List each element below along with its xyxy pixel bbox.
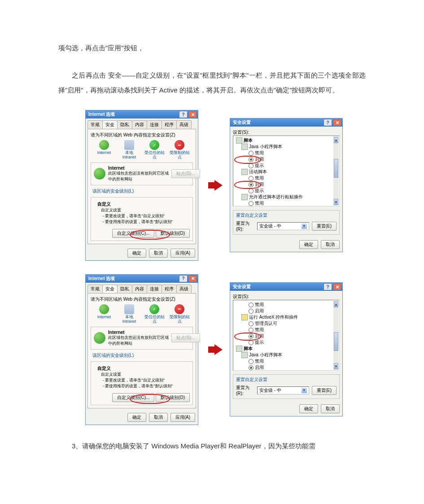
tab-general[interactable]: 常规 [87, 120, 103, 129]
scrollbar[interactable]: ▲ ▼ [333, 136, 339, 206]
close-button[interactable]: ✕ [333, 119, 341, 126]
help-button[interactable]: ? [179, 111, 188, 118]
sites-button[interactable]: 站点(S)... [171, 169, 200, 178]
ok-button[interactable]: 确定 [299, 404, 318, 413]
radio-disable[interactable] [249, 302, 254, 307]
zone-internet[interactable]: Internet [93, 304, 115, 324]
tab-content[interactable]: 内容 [132, 120, 147, 129]
zone-restricted[interactable]: ━受限制的站 点 [169, 140, 190, 160]
radio-disable[interactable] [249, 201, 254, 206]
custom-level-button[interactable]: 自定义级别(C)... [112, 393, 154, 402]
radio-enable[interactable] [249, 334, 254, 339]
tab-programs[interactable]: 程序 [162, 285, 177, 293]
java-applet-script: Java 小程序脚本 [249, 144, 282, 150]
figure-row-1: Internet 选项 ? ✕ 常规 安全 隐私 内容 连接 程序 高级 请为不… [85, 110, 366, 261]
figure-row-2: Internet 选项 ? ✕ 常规 安全 隐私 内容 连接 程序 高级 请为不… [85, 274, 366, 425]
tabs: 常规 安全 隐私 内容 连接 程序 高级 [86, 118, 198, 129]
zone-restricted[interactable]: ━受限制的站 点 [169, 304, 190, 324]
apply-button[interactable]: 应用(A) [170, 249, 195, 258]
scroll-thumb[interactable] [334, 332, 338, 351]
radio-enable[interactable] [249, 182, 254, 187]
tab-advanced[interactable]: 高级 [176, 285, 192, 293]
scroll-up-icon[interactable]: ▲ [334, 301, 338, 307]
tab-security[interactable]: 安全 [102, 285, 118, 293]
help-button[interactable]: ? [323, 283, 332, 290]
reset-button[interactable]: 重置(E) [312, 386, 337, 395]
custom-line3: - 要使用推荐的设置，请单击"默认级别" [103, 219, 173, 224]
tab-advanced[interactable]: 高级 [176, 120, 192, 129]
zone-intranet[interactable]: 本地 Intranet [118, 140, 140, 160]
reset-combo[interactable]: 安全级 - 中▼ [257, 386, 309, 394]
tab-privacy[interactable]: 隐私 [117, 285, 132, 293]
zone-trusted[interactable]: ✓受信任的站 点 [144, 140, 165, 160]
apply-button[interactable]: 应用(A) [170, 413, 195, 422]
reset-combo[interactable]: 安全级 - 中▼ [257, 222, 309, 230]
chevron-down-icon: ▼ [302, 388, 307, 393]
radio-prompt[interactable] [249, 188, 254, 193]
globe-icon [99, 304, 109, 314]
scroll-down-icon[interactable]: ▼ [334, 199, 338, 205]
radio-enable[interactable] [249, 157, 254, 162]
ok-button[interactable]: 确定 [127, 413, 146, 422]
scrollbar[interactable]: ▲ ▼ [333, 301, 339, 370]
close-button[interactable]: ✕ [333, 283, 341, 290]
radio-prompt[interactable] [249, 340, 254, 345]
scroll-thumb[interactable] [334, 159, 338, 178]
scroll-up-icon[interactable]: ▲ [334, 137, 338, 143]
tab-programs[interactable]: 程序 [162, 120, 177, 129]
zone-internet[interactable]: Internet [93, 140, 115, 160]
globe-large-icon [94, 332, 105, 344]
help-button[interactable]: ? [323, 119, 332, 126]
ok-button[interactable]: 确定 [127, 249, 146, 258]
cancel-button[interactable]: 取消 [149, 249, 168, 258]
reset-to-label: 重置为(R): [236, 220, 254, 232]
internet-options-dialog-2: Internet 选项 ? ✕ 常规 安全 隐私 内容 连接 程序 高级 请为不… [85, 274, 198, 425]
dialog-title: 安全设置 [233, 119, 251, 126]
default-level-button[interactable]: 默认级别(D) [156, 393, 190, 402]
java-applet-icon [241, 144, 248, 150]
tab-security[interactable]: 安全 [102, 120, 118, 129]
settings-label: 设置(S): [233, 129, 340, 136]
security-settings-dialog-2: 安全设置 ? ✕ 设置(S): 禁用 启用 运行 ActiveX 控件和插件 管… [230, 282, 343, 416]
close-button[interactable]: ✕ [188, 275, 197, 282]
custom-line1: 自定义设置 [101, 208, 121, 212]
level-label: 该区域的安全级别(L) [92, 352, 193, 359]
sites-button[interactable]: 站点(S)... [171, 333, 200, 342]
tab-privacy[interactable]: 隐私 [117, 120, 132, 129]
arrow-icon [208, 344, 223, 355]
cancel-button[interactable]: 取消 [321, 404, 340, 413]
radio-enable[interactable] [249, 365, 254, 370]
tab-general[interactable]: 常规 [87, 285, 103, 293]
help-button[interactable]: ? [179, 275, 188, 282]
dialog-title: Internet 选项 [88, 111, 115, 118]
svg-marker-1 [208, 344, 223, 355]
radio-admin[interactable] [249, 321, 254, 326]
cancel-button[interactable]: 取消 [149, 413, 168, 422]
radio-prompt[interactable] [249, 163, 254, 168]
dialog-title: 安全设置 [233, 284, 251, 290]
tab-connection[interactable]: 连接 [147, 120, 162, 129]
settings-tree[interactable]: 脚本 Java 小程序脚本 禁用 启用 提示 活动脚本 禁用 启用 提示 允许通… [233, 136, 340, 206]
paste-script-icon [241, 194, 248, 200]
zone-intranet[interactable]: 本地 Intranet [118, 304, 140, 324]
active-script-icon [241, 169, 248, 175]
security-settings-dialog: 安全设置 ? ✕ 设置(S): 脚本 Java 小程序脚本 禁用 启用 提示 活… [230, 118, 343, 252]
cancel-button[interactable]: 取消 [321, 240, 340, 249]
settings-tree[interactable]: 禁用 启用 运行 ActiveX 控件和插件 管理员认可 禁用 启用 提示 脚本… [233, 300, 340, 371]
default-level-button[interactable]: 默认级别(D) [156, 229, 190, 238]
custom-level-button[interactable]: 自定义级别(C)... [112, 229, 154, 238]
close-button[interactable]: ✕ [188, 111, 197, 118]
radio-disable[interactable] [249, 151, 254, 156]
arrow-icon [208, 180, 223, 191]
scroll-down-icon[interactable]: ▼ [334, 363, 338, 369]
radio-disable[interactable] [249, 328, 254, 333]
radio-disable[interactable] [249, 176, 254, 181]
tab-connection[interactable]: 连接 [147, 285, 162, 293]
radio-disable[interactable] [249, 359, 254, 364]
radio-enable[interactable] [249, 309, 254, 314]
ok-button[interactable]: 确定 [299, 240, 318, 249]
active-script: 活动脚本 [249, 169, 267, 175]
reset-button[interactable]: 重置(E) [312, 222, 337, 231]
tab-content[interactable]: 内容 [132, 285, 147, 293]
zone-trusted[interactable]: ✓受信任的站 点 [144, 304, 165, 324]
